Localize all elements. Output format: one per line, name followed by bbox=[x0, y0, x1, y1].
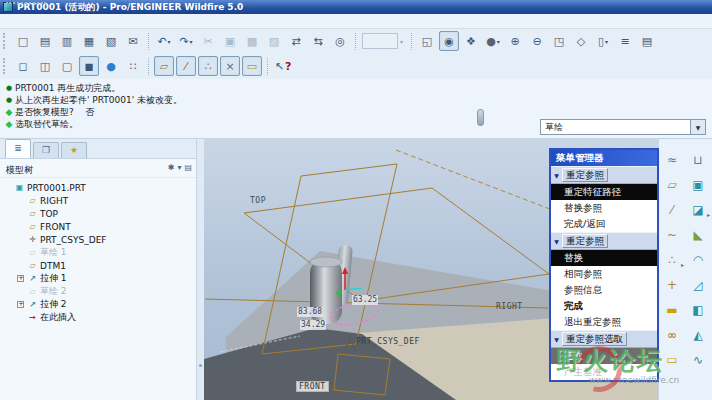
draft-tool-button[interactable]: ◪ bbox=[685, 197, 711, 222]
refit-button[interactable]: ◳ bbox=[549, 31, 569, 51]
view-manager-button[interactable]: ▤ bbox=[637, 31, 657, 51]
menu-manager-row[interactable]: ▼ 重定参照选取 bbox=[551, 330, 657, 348]
prompt-combo[interactable]: 草绘 ▼ bbox=[540, 119, 706, 135]
spin-center-button[interactable]: ◉ bbox=[439, 31, 459, 51]
csys-display-toggle[interactable]: × bbox=[220, 56, 240, 76]
menu-manager-row[interactable]: 产生基准 bbox=[551, 364, 657, 380]
menu-manager-row[interactable]: 选取 bbox=[551, 348, 657, 364]
tree-item[interactable]: + ↗ 拉伸 2 bbox=[0, 298, 196, 311]
undo-button[interactable]: ↶▾ bbox=[154, 31, 174, 51]
plane-display-toggle[interactable]: ▱ bbox=[154, 56, 174, 76]
sweep-tool-button[interactable]: ∿ bbox=[685, 347, 711, 372]
zoom-out-button[interactable]: ⊖ bbox=[527, 31, 547, 51]
print-button[interactable]: ▦ bbox=[79, 31, 99, 51]
dimension-value[interactable]: 63.25 bbox=[352, 295, 378, 305]
orientation-grid-button[interactable]: ∷ bbox=[123, 56, 143, 76]
menu-manager-row[interactable]: ▼ 重定参照 bbox=[551, 166, 657, 184]
round-tool-button[interactable]: ◠ bbox=[685, 247, 711, 272]
wireframe-button[interactable]: ◻ bbox=[13, 56, 33, 76]
combo-dropdown-button[interactable]: ▼ bbox=[690, 120, 705, 134]
regenerate-button[interactable]: ⇄ bbox=[286, 31, 306, 51]
shading-style-button[interactable]: ●▾ bbox=[483, 31, 503, 51]
tree-columns-button[interactable]: ▤ bbox=[184, 159, 192, 177]
note-tool-button[interactable]: ▭ bbox=[659, 347, 685, 372]
csys-tag[interactable]: PRT_CSYS_DEF bbox=[356, 337, 420, 346]
menu-manager-row[interactable]: 相同参照 bbox=[551, 266, 657, 282]
menu-manager-row[interactable]: 退出重定参照 bbox=[551, 314, 657, 330]
style-tool-button[interactable]: ≈ bbox=[659, 147, 685, 172]
layers-button[interactable]: ≡ bbox=[615, 31, 635, 51]
paste-button[interactable]: ▩ bbox=[242, 31, 262, 51]
datum-plane-button[interactable]: ▱ bbox=[659, 172, 685, 197]
datum-axis-button[interactable]: ⁄ bbox=[659, 197, 685, 222]
dimension-value[interactable]: 83.68 bbox=[297, 307, 323, 317]
tree-item[interactable]: ▱ FRONT bbox=[0, 220, 196, 233]
open-file-button[interactable]: ▤ bbox=[35, 31, 55, 51]
dimension-value[interactable]: 34.29 bbox=[300, 320, 326, 330]
toolbar-grip[interactable] bbox=[3, 33, 9, 49]
hole-tool-button[interactable]: ⊔ bbox=[685, 147, 711, 172]
tree-item[interactable]: ▱ TOP bbox=[0, 207, 196, 220]
expander-icon[interactable]: + bbox=[17, 301, 24, 308]
reorient-button[interactable]: ◇ bbox=[571, 31, 591, 51]
paste-special-button[interactable]: ▨ bbox=[264, 31, 284, 51]
datum-point-button[interactable]: ∴ bbox=[659, 247, 685, 272]
measure-tool-button[interactable]: ▬ bbox=[659, 297, 685, 322]
shaded-button[interactable]: ◼ bbox=[79, 56, 99, 76]
menu-manager-row[interactable]: 重定特征路径 bbox=[551, 184, 657, 200]
menu-manager-row[interactable]: 替换 bbox=[551, 250, 657, 266]
redo-button[interactable]: ↷▾ bbox=[176, 31, 196, 51]
favorites-tab[interactable]: ★ bbox=[61, 142, 87, 158]
tree-item[interactable]: → 在此插入 bbox=[0, 311, 196, 324]
cut-button[interactable]: ✂ bbox=[198, 31, 218, 51]
saved-views-button[interactable]: ▯▾ bbox=[593, 31, 613, 51]
hidden-line-button[interactable]: ◫ bbox=[35, 56, 55, 76]
menu-manager-row[interactable]: ▼ 重定参照 bbox=[551, 232, 657, 250]
repaint-button[interactable]: ◱ bbox=[417, 31, 437, 51]
menu-manager-row[interactable]: 参照信息 bbox=[551, 282, 657, 298]
menu-manager-row[interactable]: 完成 bbox=[551, 298, 657, 314]
expander-icon[interactable]: + bbox=[17, 275, 24, 282]
annotation-display-toggle[interactable]: ▭ bbox=[242, 56, 262, 76]
tree-item[interactable]: ▱ 草绘 1 bbox=[0, 246, 196, 259]
sketch-curve-button[interactable]: ~ bbox=[659, 222, 685, 247]
toolbar-grip[interactable] bbox=[6, 2, 46, 4]
realism-button[interactable]: ● bbox=[101, 56, 121, 76]
tree-filter-button[interactable]: ✱ bbox=[168, 159, 175, 177]
no-hidden-button[interactable]: ▢ bbox=[57, 56, 77, 76]
tree-item[interactable]: + ↗ 拉伸 1 bbox=[0, 272, 196, 285]
new-file-button[interactable]: □ bbox=[13, 31, 33, 51]
rib-tool-button[interactable]: ◣ bbox=[685, 222, 711, 247]
tree-item[interactable]: ▱ RIGHT bbox=[0, 194, 196, 207]
tree-item[interactable]: ▣ PRT0001.PRT bbox=[0, 181, 196, 194]
datum-tag-top[interactable]: TOP bbox=[250, 196, 266, 205]
find-button[interactable]: ◎ bbox=[330, 31, 350, 51]
point-display-toggle[interactable]: ∴ bbox=[198, 56, 218, 76]
tree-filter-dropdown[interactable]: ▾ bbox=[177, 159, 181, 177]
toolbar-grip[interactable] bbox=[3, 58, 9, 74]
chamfer-tool-button[interactable]: ◿ bbox=[685, 272, 711, 297]
title-bar[interactable]: PRT0001 (活动的) - Pro/ENGINEER Wildfire 5.… bbox=[0, 0, 712, 14]
shell-tool-button[interactable]: ▣ bbox=[685, 172, 711, 197]
tree-item[interactable]: ▱ DTM1 bbox=[0, 259, 196, 272]
datum-tag-front[interactable]: FRONT bbox=[296, 381, 329, 392]
copy-button[interactable]: ▣ bbox=[220, 31, 240, 51]
tree-item[interactable]: ▱ 草绘 2 bbox=[0, 285, 196, 298]
tree-item[interactable]: ✛ PRT_CSYS_DEF bbox=[0, 233, 196, 246]
folder-browser-tab[interactable]: ❐ bbox=[33, 142, 59, 158]
print-preview-button[interactable]: ▧ bbox=[101, 31, 121, 51]
menu-manager-title[interactable]: 菜单管理器 bbox=[551, 150, 657, 166]
axis-display-toggle[interactable]: ⁄ bbox=[176, 56, 196, 76]
send-model-button[interactable]: ✉ bbox=[123, 31, 143, 51]
model-tree-tab[interactable]: ≣ bbox=[5, 139, 31, 158]
chevron-down-icon[interactable]: ▾ bbox=[398, 38, 405, 45]
context-help-button[interactable]: ↖ ? bbox=[273, 56, 293, 76]
revolve-tool-button[interactable]: ◭ bbox=[685, 322, 711, 347]
selection-filter-combo[interactable]: ▾ bbox=[362, 33, 405, 49]
save-file-button[interactable]: ▥ bbox=[57, 31, 77, 51]
selection-filter-box[interactable] bbox=[362, 33, 398, 49]
model-update-button[interactable]: ⇆ bbox=[308, 31, 328, 51]
menu-manager-row[interactable]: 完成/返回 bbox=[551, 216, 657, 232]
orient-mode-button[interactable]: ❖ bbox=[461, 31, 481, 51]
extrude-tool-button[interactable]: ◧ bbox=[685, 297, 711, 322]
